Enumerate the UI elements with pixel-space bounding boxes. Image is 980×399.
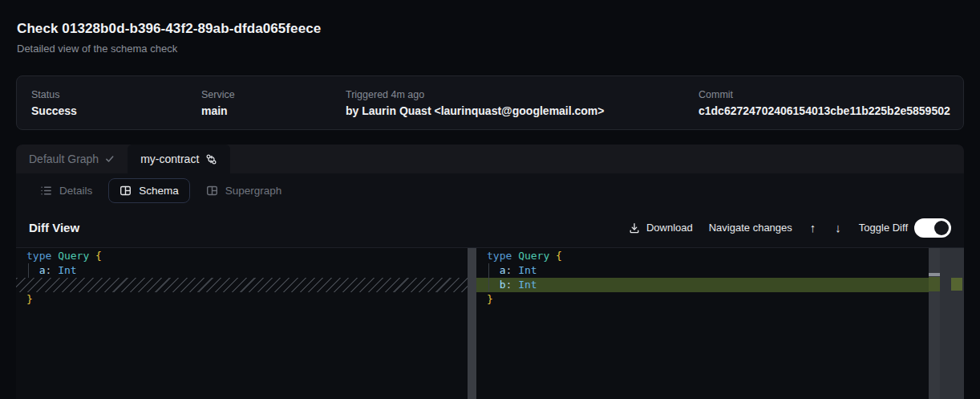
- toggle-diff-switch[interactable]: [914, 218, 951, 238]
- navigate-changes-label: Navigate changes: [709, 222, 792, 234]
- page-subtitle: Detailed view of the schema check: [17, 43, 321, 55]
- indent-guide: [488, 278, 489, 292]
- triggered-label: Triggered 4m ago: [346, 89, 605, 100]
- toggle-knob: [934, 221, 949, 235]
- minimap-map: [940, 248, 964, 399]
- minimap-scrollbar-track[interactable]: [929, 248, 940, 399]
- change-marker-overview: [929, 277, 940, 291]
- arrow-down-icon: ↓: [835, 221, 841, 234]
- diff-view-title: Diff View: [29, 221, 79, 234]
- next-change-button[interactable]: ↓: [833, 222, 843, 234]
- previous-change-button[interactable]: ↑: [808, 222, 818, 234]
- graph-tab-bar: Default Graph my-contract: [16, 145, 964, 173]
- meta-commit: Commit c1dc62724702406154013cbe11b225b2e…: [699, 89, 950, 117]
- tab-supergraph[interactable]: Supergraph: [195, 178, 294, 203]
- check-icon: [105, 154, 115, 164]
- git-compare-icon: [205, 153, 217, 165]
- change-marker-minimap: [951, 278, 962, 291]
- code-line: }: [16, 292, 468, 307]
- tab-schema[interactable]: Schema: [108, 178, 190, 203]
- view-tab-bar: Details Schema Supergraph: [16, 173, 964, 208]
- original-code: type Query { a: Int}: [16, 248, 468, 399]
- list-icon: [40, 185, 52, 197]
- diff-controls: Download Navigate changes ↑ ↓ Toggle Dif…: [629, 218, 951, 238]
- indent-guide: [28, 263, 29, 278]
- code-line: a: Int: [476, 263, 929, 278]
- left-editor-scrollbar[interactable]: [468, 248, 476, 399]
- commit-label: Commit: [699, 89, 950, 100]
- download-icon: [629, 222, 640, 234]
- tab-details[interactable]: Details: [29, 178, 103, 203]
- service-label: Service: [201, 89, 235, 100]
- columns-icon: [119, 185, 132, 197]
- added-code-line: b: Int: [476, 278, 929, 292]
- download-button[interactable]: Download: [629, 222, 693, 234]
- check-meta-card: Status Success Service main Triggered 4m…: [16, 75, 964, 130]
- tab-schema-label: Schema: [139, 185, 179, 197]
- commit-value: c1dc62724702406154013cbe11b225b2e5859502: [699, 104, 950, 117]
- tab-my-contract[interactable]: my-contract: [128, 145, 230, 173]
- triggered-value: by Laurin Quast <laurinquast@googlemail.…: [346, 104, 605, 117]
- tab-default-graph-label: Default Graph: [29, 153, 99, 165]
- modified-code: type Query { a: Int b: Int}: [476, 248, 929, 399]
- indent-guide: [488, 263, 489, 278]
- arrow-up-icon: ↑: [810, 221, 816, 234]
- service-value: main: [201, 104, 235, 117]
- meta-service: Service main: [201, 89, 235, 117]
- page-title: Check 01328b0d-b396-43f2-89ab-dfda065fee…: [17, 21, 321, 37]
- status-value: Success: [31, 104, 77, 117]
- diff-pane-original: type Query { a: Int}: [16, 248, 468, 399]
- diff-header: Diff View Download Navigate changes ↑ ↓ …: [16, 208, 964, 248]
- toggle-diff-label: Toggle Diff: [859, 222, 908, 234]
- download-label: Download: [646, 222, 693, 234]
- check-detail-panel: Default Graph my-contract Details: [16, 145, 964, 399]
- code-line: }: [476, 292, 929, 307]
- schema-diff-editor: type Query { a: Int} + type Query { a: I…: [16, 248, 964, 399]
- code-line: type Query {: [16, 249, 468, 263]
- tab-supergraph-label: Supergraph: [225, 185, 282, 197]
- code-line: type Query {: [476, 249, 929, 263]
- tab-default-graph[interactable]: Default Graph: [16, 145, 128, 173]
- columns-icon: [206, 185, 218, 197]
- meta-triggered: Triggered 4m ago by Laurin Quast <laurin…: [346, 89, 605, 117]
- tab-details-label: Details: [59, 185, 92, 197]
- status-label: Status: [31, 89, 77, 100]
- code-line: a: Int: [16, 263, 468, 278]
- page-header: Check 01328b0d-b396-43f2-89ab-dfda065fee…: [17, 21, 321, 55]
- meta-status: Status Success: [31, 89, 77, 117]
- diff-pane-modified: + type Query { a: Int b: Int}: [476, 248, 964, 399]
- editor-minimap[interactable]: [929, 248, 964, 399]
- toggle-diff-control: Toggle Diff: [859, 218, 951, 238]
- minimap-slider[interactable]: [929, 273, 940, 276]
- placeholder-hatch-line: [16, 278, 468, 292]
- tab-my-contract-label: my-contract: [140, 153, 199, 165]
